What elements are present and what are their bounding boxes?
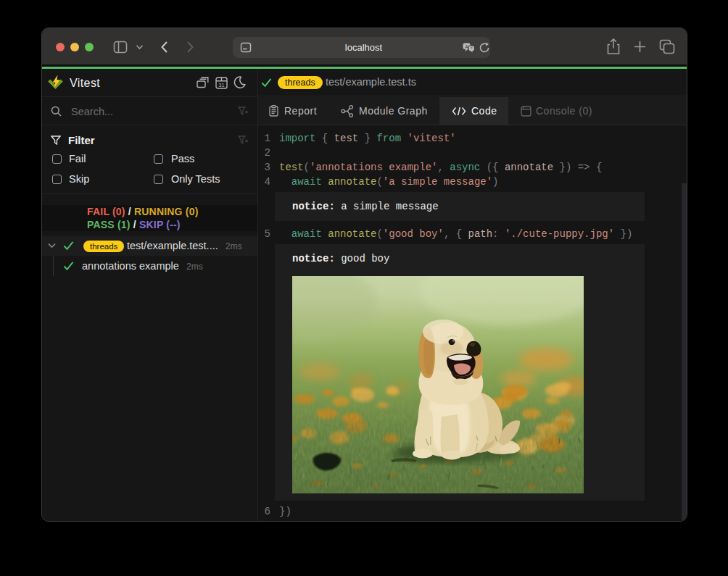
svg-text:A: A: [465, 44, 468, 49]
svg-text:31: 31: [218, 82, 224, 88]
